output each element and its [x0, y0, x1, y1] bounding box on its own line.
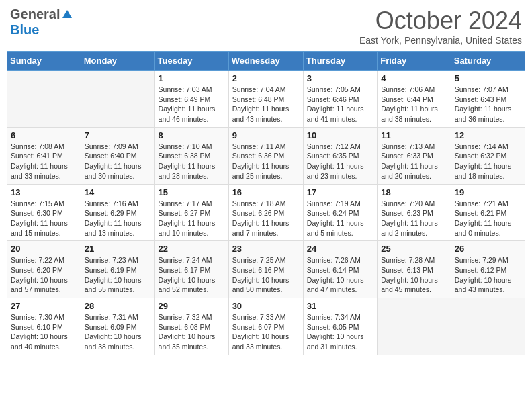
day-number: 16: [232, 187, 300, 197]
day-number: 26: [455, 244, 521, 254]
day-cell: 2Sunrise: 7:04 AM Sunset: 6:48 PM Daylig…: [228, 71, 303, 128]
week-row-1: 1Sunrise: 7:03 AM Sunset: 6:49 PM Daylig…: [7, 71, 525, 128]
day-info: Sunrise: 7:14 AM Sunset: 6:32 PM Dayligh…: [455, 142, 521, 181]
day-cell: [81, 71, 154, 128]
header-monday: Monday: [81, 52, 154, 71]
day-info: Sunrise: 7:34 AM Sunset: 6:05 PM Dayligh…: [307, 312, 373, 352]
day-number: 31: [307, 301, 373, 311]
header-saturday: Saturday: [451, 52, 525, 71]
day-info: Sunrise: 7:21 AM Sunset: 6:21 PM Dayligh…: [455, 199, 521, 238]
day-number: 21: [85, 244, 151, 254]
day-number: 10: [307, 130, 373, 140]
day-info: Sunrise: 7:33 AM Sunset: 6:07 PM Dayligh…: [232, 312, 300, 352]
day-info: Sunrise: 7:26 AM Sunset: 6:14 PM Dayligh…: [307, 255, 373, 295]
day-info: Sunrise: 7:25 AM Sunset: 6:16 PM Dayligh…: [232, 255, 300, 295]
day-cell: 1Sunrise: 7:03 AM Sunset: 6:49 PM Daylig…: [154, 71, 228, 128]
day-info: Sunrise: 7:32 AM Sunset: 6:08 PM Dayligh…: [159, 312, 225, 352]
day-cell: 26Sunrise: 7:29 AM Sunset: 6:12 PM Dayli…: [451, 241, 525, 298]
calendar-table: SundayMondayTuesdayWednesdayThursdayFrid…: [7, 51, 525, 355]
day-info: Sunrise: 7:09 AM Sunset: 6:40 PM Dayligh…: [85, 142, 151, 181]
day-number: 8: [159, 130, 225, 140]
day-info: Sunrise: 7:11 AM Sunset: 6:36 PM Dayligh…: [232, 142, 300, 181]
day-info: Sunrise: 7:16 AM Sunset: 6:29 PM Dayligh…: [85, 199, 151, 238]
day-info: Sunrise: 7:03 AM Sunset: 6:49 PM Dayligh…: [159, 85, 225, 124]
header-friday: Friday: [378, 52, 451, 71]
day-cell: 23Sunrise: 7:25 AM Sunset: 6:16 PM Dayli…: [228, 241, 303, 298]
day-number: 5: [455, 73, 521, 83]
day-info: Sunrise: 7:15 AM Sunset: 6:30 PM Dayligh…: [11, 199, 77, 238]
day-number: 23: [232, 244, 300, 254]
day-cell: 12Sunrise: 7:14 AM Sunset: 6:32 PM Dayli…: [451, 127, 525, 184]
day-cell: 11Sunrise: 7:13 AM Sunset: 6:33 PM Dayli…: [378, 127, 451, 184]
month-title: October 2024: [359, 7, 522, 35]
header-wednesday: Wednesday: [228, 52, 303, 71]
day-cell: 4Sunrise: 7:06 AM Sunset: 6:44 PM Daylig…: [378, 71, 451, 128]
day-info: Sunrise: 7:04 AM Sunset: 6:48 PM Dayligh…: [232, 85, 300, 124]
day-number: 7: [85, 130, 151, 140]
day-cell: 15Sunrise: 7:17 AM Sunset: 6:27 PM Dayli…: [154, 184, 228, 241]
day-info: Sunrise: 7:10 AM Sunset: 6:38 PM Dayligh…: [159, 142, 225, 181]
day-cell: 6Sunrise: 7:08 AM Sunset: 6:41 PM Daylig…: [7, 127, 81, 184]
day-cell: 16Sunrise: 7:18 AM Sunset: 6:26 PM Dayli…: [228, 184, 303, 241]
day-number: 30: [232, 301, 300, 311]
day-cell: 29Sunrise: 7:32 AM Sunset: 6:08 PM Dayli…: [154, 298, 228, 355]
day-cell: 22Sunrise: 7:24 AM Sunset: 6:17 PM Dayli…: [154, 241, 228, 298]
day-number: 20: [11, 244, 77, 254]
day-info: Sunrise: 7:18 AM Sunset: 6:26 PM Dayligh…: [232, 199, 300, 238]
day-cell: 27Sunrise: 7:30 AM Sunset: 6:10 PM Dayli…: [7, 298, 81, 355]
day-number: 4: [381, 73, 447, 83]
day-number: 14: [85, 187, 151, 197]
day-info: Sunrise: 7:28 AM Sunset: 6:13 PM Dayligh…: [381, 255, 447, 295]
week-row-2: 6Sunrise: 7:08 AM Sunset: 6:41 PM Daylig…: [7, 127, 525, 184]
day-info: Sunrise: 7:19 AM Sunset: 6:24 PM Dayligh…: [307, 199, 373, 238]
day-number: 24: [307, 244, 373, 254]
day-info: Sunrise: 7:06 AM Sunset: 6:44 PM Dayligh…: [381, 85, 447, 124]
day-cell: 7Sunrise: 7:09 AM Sunset: 6:40 PM Daylig…: [81, 127, 154, 184]
day-cell: [378, 298, 451, 355]
day-cell: 13Sunrise: 7:15 AM Sunset: 6:30 PM Dayli…: [7, 184, 81, 241]
day-info: Sunrise: 7:17 AM Sunset: 6:27 PM Dayligh…: [159, 199, 225, 238]
day-cell: 25Sunrise: 7:28 AM Sunset: 6:13 PM Dayli…: [378, 241, 451, 298]
day-number: 17: [307, 187, 373, 197]
week-row-4: 20Sunrise: 7:22 AM Sunset: 6:20 PM Dayli…: [7, 241, 525, 298]
header-sunday: Sunday: [7, 52, 81, 71]
day-info: Sunrise: 7:08 AM Sunset: 6:41 PM Dayligh…: [11, 142, 77, 181]
day-cell: 20Sunrise: 7:22 AM Sunset: 6:20 PM Dayli…: [7, 241, 81, 298]
day-number: 1: [159, 73, 225, 83]
day-number: 22: [159, 244, 225, 254]
day-info: Sunrise: 7:20 AM Sunset: 6:23 PM Dayligh…: [381, 199, 447, 238]
day-cell: 31Sunrise: 7:34 AM Sunset: 6:05 PM Dayli…: [303, 298, 377, 355]
day-cell: [7, 71, 81, 128]
day-info: Sunrise: 7:12 AM Sunset: 6:35 PM Dayligh…: [307, 142, 373, 181]
day-number: 25: [381, 244, 447, 254]
day-info: Sunrise: 7:29 AM Sunset: 6:12 PM Dayligh…: [455, 255, 521, 295]
day-cell: 19Sunrise: 7:21 AM Sunset: 6:21 PM Dayli…: [451, 184, 525, 241]
day-cell: 28Sunrise: 7:31 AM Sunset: 6:09 PM Dayli…: [81, 298, 154, 355]
day-cell: 8Sunrise: 7:10 AM Sunset: 6:38 PM Daylig…: [154, 127, 228, 184]
day-number: 6: [11, 130, 77, 140]
day-cell: 21Sunrise: 7:23 AM Sunset: 6:19 PM Dayli…: [81, 241, 154, 298]
day-number: 9: [232, 130, 300, 140]
day-info: Sunrise: 7:22 AM Sunset: 6:20 PM Dayligh…: [11, 255, 77, 295]
day-number: 13: [11, 187, 77, 197]
day-info: Sunrise: 7:23 AM Sunset: 6:19 PM Dayligh…: [85, 255, 151, 295]
day-number: 27: [11, 301, 77, 311]
day-cell: 24Sunrise: 7:26 AM Sunset: 6:14 PM Dayli…: [303, 241, 377, 298]
day-info: Sunrise: 7:05 AM Sunset: 6:46 PM Dayligh…: [307, 85, 373, 124]
day-number: 11: [381, 130, 447, 140]
header-thursday: Thursday: [303, 52, 377, 71]
location-subtitle: East York, Pennsylvania, United States: [359, 35, 522, 46]
day-number: 12: [455, 130, 521, 140]
week-row-5: 27Sunrise: 7:30 AM Sunset: 6:10 PM Dayli…: [7, 298, 525, 355]
header-tuesday: Tuesday: [154, 52, 228, 71]
day-number: 15: [159, 187, 225, 197]
day-number: 3: [307, 73, 373, 83]
week-row-3: 13Sunrise: 7:15 AM Sunset: 6:30 PM Dayli…: [7, 184, 525, 241]
day-cell: 3Sunrise: 7:05 AM Sunset: 6:46 PM Daylig…: [303, 71, 377, 128]
logo: General Blue: [10, 7, 75, 38]
page-header: General Blue October 2024 East York, Pen…: [7, 7, 525, 46]
day-number: 2: [232, 73, 300, 83]
logo-icon: [61, 9, 73, 21]
logo-blue-text: Blue: [10, 22, 39, 37]
day-cell: 5Sunrise: 7:07 AM Sunset: 6:43 PM Daylig…: [451, 71, 525, 128]
